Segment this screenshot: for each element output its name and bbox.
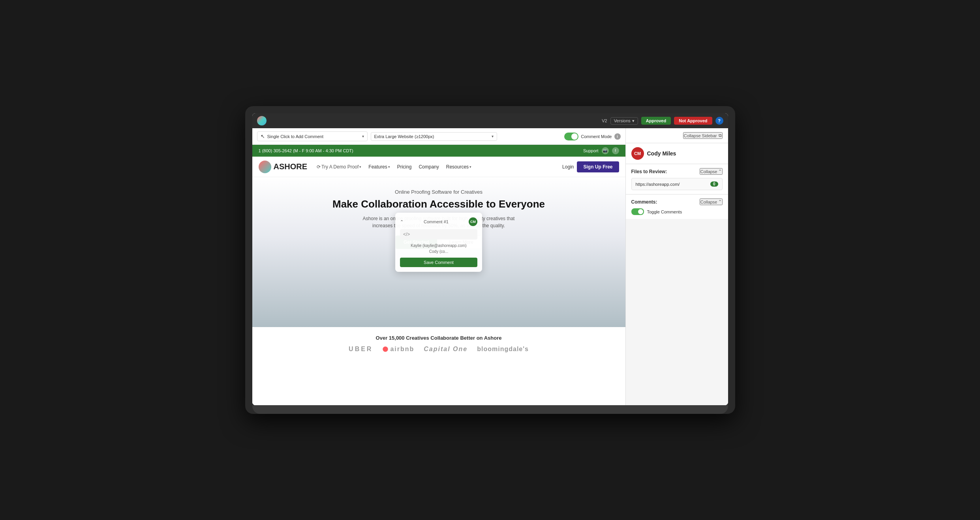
- device-size-select[interactable]: Extra Large Website (≥1200px) ▾: [371, 132, 497, 141]
- social-proof-section: Over 15,000 Creatives Collaborate Better…: [252, 327, 625, 361]
- save-comment-button[interactable]: Save Comment: [400, 258, 477, 267]
- comment-code-block: </>: [400, 229, 477, 239]
- laptop-screen: V2 Versions ▾ Approved Not Approved ? ↖ …: [252, 113, 728, 405]
- chevron-down-icon: ▾: [632, 118, 635, 123]
- files-section: Files to Review: Collapse ⌃ https://asho…: [626, 164, 728, 195]
- comments-section: Comments: Collapse ⌃ Toggle Comments: [626, 195, 728, 219]
- uber-logo: UBER: [349, 346, 373, 353]
- chevron-down-icon: ▾: [359, 165, 361, 169]
- site-nav-right: Login Sign Up Free: [562, 161, 619, 172]
- nav-pricing[interactable]: Pricing: [394, 162, 415, 172]
- files-collapse-button[interactable]: Collapse ⌃: [700, 168, 723, 175]
- main-area: ↖ Single Click to Add Comment ▾ Extra La…: [252, 128, 728, 405]
- chevron-down-icon: ▾: [362, 134, 364, 138]
- file-badge: 0: [710, 181, 718, 187]
- brand-logos: UBER airbnb Capital One bloomingdale's: [259, 346, 619, 353]
- comment-mode-toggle-section: Comment Mode i: [564, 133, 620, 140]
- sidebar-header: Collapse Sidebar ⧉: [626, 128, 728, 143]
- comment-mode-select[interactable]: ↖ Single Click to Add Comment ▾: [257, 131, 368, 141]
- file-url: https://ashoreapp.com/: [636, 182, 680, 187]
- nav-company[interactable]: Company: [415, 162, 442, 172]
- hero-subtitle: Online Proofing Software for Creatives: [259, 189, 619, 195]
- collapse-icon: ⌃: [400, 219, 404, 224]
- user-avatar: CM: [631, 147, 644, 160]
- instagram-icon[interactable]: 📷: [602, 147, 609, 154]
- right-sidebar: Collapse Sidebar ⧉ CM Cody Miles Files t…: [625, 128, 728, 405]
- approved-button[interactable]: Approved: [641, 117, 671, 125]
- collapse-icon: ⧉: [719, 133, 722, 138]
- comment-mode-label: Comment Mode: [581, 134, 612, 139]
- chevron-down-icon: ▾: [469, 165, 471, 169]
- comment-mode-text: Single Click to Add Comment: [267, 134, 323, 139]
- topbar-right: Support 📷 f: [583, 147, 619, 154]
- chevron-down-icon: ▾: [388, 165, 390, 169]
- facebook-icon[interactable]: f: [612, 147, 619, 154]
- comment-toolbar: ↖ Single Click to Add Comment ▾ Extra La…: [252, 128, 625, 145]
- files-section-header: Files to Review: Collapse ⌃: [631, 168, 723, 175]
- sidebar-user: CM Cody Miles: [626, 143, 728, 164]
- chevron-up-icon: ⌃: [718, 169, 722, 174]
- toggle-comments-label: Toggle Comments: [647, 209, 682, 214]
- social-proof-title: Over 15,000 Creatives Collaborate Better…: [259, 335, 619, 341]
- comments-section-header: Comments: Collapse ⌃: [631, 198, 723, 205]
- site-logo: ASHORE: [259, 161, 308, 173]
- help-button[interactable]: ?: [715, 117, 723, 125]
- comment-mode-toggle[interactable]: [564, 133, 578, 140]
- chevron-up-icon: ⌃: [718, 199, 722, 204]
- toolbar-center: V2 Versions ▾ Approved Not Approved ?: [602, 117, 723, 125]
- site-topbar: 1 (800) 305-2642 (M - F 9:00 AM - 4:30 P…: [252, 145, 625, 157]
- nav-resources[interactable]: Resources ▾: [443, 162, 475, 172]
- comment-overlay: ⌃ Comment #1 CM </> Kaylie (kaylie@ashor…: [395, 213, 482, 272]
- files-section-title: Files to Review:: [631, 169, 667, 174]
- toggle-comments-row: Toggle Comments: [631, 208, 723, 215]
- file-item[interactable]: https://ashoreapp.com/ 0: [631, 178, 723, 190]
- app-logo-icon: [257, 116, 267, 125]
- collapse-sidebar-button[interactable]: Collapse Sidebar ⧉: [683, 132, 723, 139]
- chevron-down-icon: ▾: [492, 134, 494, 138]
- signup-button[interactable]: Sign Up Free: [577, 161, 619, 172]
- proof-area: ↖ Single Click to Add Comment ▾ Extra La…: [252, 128, 625, 405]
- comment-user-cody: Cody (co...: [400, 249, 477, 254]
- site-logo-icon: [259, 161, 271, 173]
- site-navbar: ASHORE ⟳ Try A Demo Proof ▾ Features: [252, 157, 625, 177]
- toolbar-left: [257, 116, 267, 125]
- code-icon: </>: [403, 232, 410, 237]
- site-hero: Online Proofing Software for Creatives M…: [252, 177, 625, 327]
- cursor-icon: ↖: [261, 133, 265, 139]
- versions-dropdown[interactable]: Versions ▾: [610, 117, 638, 125]
- device-size-text: Extra Large Website (≥1200px): [374, 134, 434, 139]
- comment-user-avatar: CM: [469, 217, 477, 226]
- hero-title: Make Collaboration Accessible to Everyon…: [259, 198, 619, 210]
- info-icon[interactable]: i: [614, 133, 621, 140]
- laptop-base: [252, 405, 728, 414]
- nav-try-demo[interactable]: ⟳ Try A Demo Proof ▾: [314, 162, 364, 172]
- site-nav-links: ⟳ Try A Demo Proof ▾ Features ▾ Pricing: [314, 162, 475, 172]
- comments-collapse-button[interactable]: Collapse ⌃: [700, 198, 723, 205]
- laptop-container: V2 Versions ▾ Approved Not Approved ? ↖ …: [245, 106, 735, 414]
- ashore-website: 1 (800) 305-2642 (M - F 9:00 AM - 4:30 P…: [252, 145, 625, 382]
- capitalone-logo: Capital One: [424, 346, 467, 353]
- bloomingdales-logo: bloomingdale's: [477, 346, 529, 353]
- nav-features[interactable]: Features ▾: [365, 162, 393, 172]
- top-toolbar: V2 Versions ▾ Approved Not Approved ?: [252, 113, 728, 128]
- login-link[interactable]: Login: [562, 164, 574, 170]
- comments-section-title: Comments:: [631, 199, 657, 205]
- version-label: V2: [602, 118, 607, 123]
- phone-number: 1 (800) 305-2642 (M - F 9:00 AM - 4:30 P…: [259, 148, 353, 153]
- demo-icon: ⟳: [317, 164, 321, 170]
- comment-users: Kaylie (kaylie@ashoreapp.com) Cody (co..…: [400, 243, 477, 254]
- website-frame[interactable]: 1 (800) 305-2642 (M - F 9:00 AM - 4:30 P…: [252, 145, 625, 405]
- not-approved-button[interactable]: Not Approved: [674, 117, 712, 125]
- airbnb-logo: airbnb: [382, 346, 414, 353]
- support-link[interactable]: Support: [583, 148, 599, 153]
- user-name: Cody Miles: [647, 150, 676, 157]
- comment-user-kaylie: Kaylie (kaylie@ashoreapp.com): [400, 243, 477, 249]
- comment-header: ⌃ Comment #1 CM: [400, 217, 477, 226]
- toggle-comments-switch[interactable]: [631, 208, 644, 215]
